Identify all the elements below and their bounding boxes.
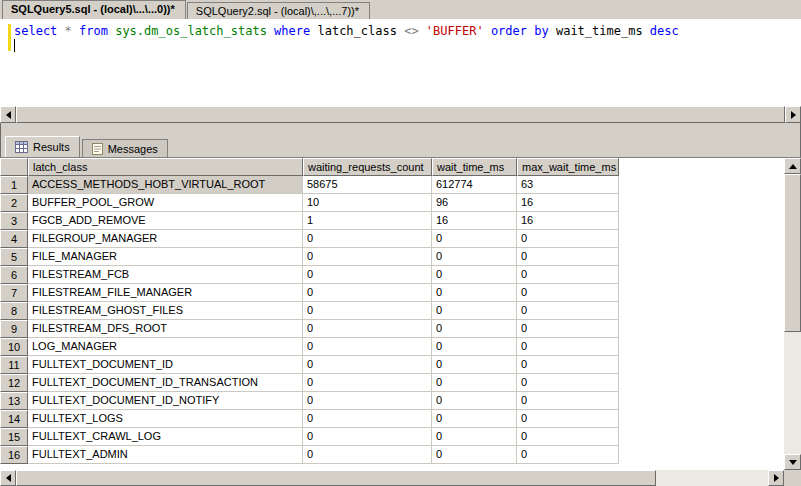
grid-cell[interactable]: 0 [517,284,619,302]
grid-cell[interactable]: 0 [303,320,432,338]
grid-cell[interactable]: 0 [303,410,432,428]
tab-sqlquery5[interactable]: SQLQuery5.sql - (local)\...\...0))* [2,0,186,19]
grid-cell[interactable]: 0 [303,428,432,446]
grid-cell[interactable]: 0 [432,428,517,446]
grid-cell[interactable]: 0 [432,338,517,356]
grid-cell[interactable]: 16 [517,212,619,230]
grid-cell[interactable]: ACCESS_METHODS_HOBT_VIRTUAL_ROOT [28,176,303,194]
grid-cell[interactable]: 0 [432,230,517,248]
grid-cell[interactable]: 0 [517,392,619,410]
row-number-cell[interactable]: 6 [0,266,28,284]
grid-cell[interactable]: 0 [517,266,619,284]
grid-cell[interactable]: 0 [517,338,619,356]
grid-cell[interactable]: 0 [303,356,432,374]
scroll-right-button[interactable] [785,106,801,123]
column-header-wait-time-ms[interactable]: wait_time_ms [432,158,517,176]
grid-cell[interactable]: 612774 [432,176,517,194]
editor-text-area[interactable]: select * from sys.dm_os_latch_stats wher… [0,20,801,106]
grid-horizontal-scrollbar[interactable] [0,470,784,486]
row-number-cell[interactable]: 11 [0,356,28,374]
row-number-cell[interactable]: 4 [0,230,28,248]
scroll-left-button[interactable] [0,470,16,486]
grid-cell[interactable]: FILESTREAM_FCB [28,266,303,284]
grid-cell[interactable]: 0 [517,374,619,392]
scrollbar-track[interactable] [16,470,768,486]
grid-cell[interactable]: 0 [303,392,432,410]
editor-horizontal-scrollbar[interactable] [0,106,801,123]
grid-cell[interactable]: 0 [303,284,432,302]
column-header-latch-class[interactable]: latch_class [28,158,303,176]
grid-cell[interactable]: 58675 [303,176,432,194]
grid-cell[interactable]: 0 [432,446,517,464]
scrollbar-track[interactable] [16,106,785,123]
scroll-left-button[interactable] [0,106,16,123]
grid-cell[interactable]: FULLTEXT_DOCUMENT_ID_NOTIFY [28,392,303,410]
grid-cell[interactable]: BUFFER_POOL_GROW [28,194,303,212]
scroll-up-button[interactable] [784,158,801,174]
row-number-cell[interactable]: 9 [0,320,28,338]
grid-cell[interactable]: 0 [303,446,432,464]
grid-cell[interactable]: 0 [432,248,517,266]
grid-cell[interactable]: FULLTEXT_ADMIN [28,446,303,464]
grid-cell[interactable]: FILESTREAM_DFS_ROOT [28,320,303,338]
tab-messages[interactable]: Messages [82,139,168,157]
grid-cell[interactable]: 0 [517,410,619,428]
sql-editor[interactable]: select * from sys.dm_os_latch_stats wher… [0,20,801,123]
grid-cell[interactable]: 96 [432,194,517,212]
grid-cell[interactable]: 0 [432,356,517,374]
grid-cell[interactable]: 0 [432,284,517,302]
row-number-cell[interactable]: 16 [0,446,28,464]
grid-cell[interactable]: 0 [517,356,619,374]
column-header-max-wait-time-ms[interactable]: max_wait_time_ms [517,158,619,176]
row-number-cell[interactable]: 2 [0,194,28,212]
grid-cell[interactable]: 16 [517,194,619,212]
grid-cell[interactable]: 0 [303,248,432,266]
column-header-waiting-requests-count[interactable]: waiting_requests_count [303,158,432,176]
grid-vertical-scrollbar[interactable] [784,158,801,470]
scrollbar-track[interactable] [784,174,801,454]
grid-corner-header[interactable] [0,158,28,176]
scroll-right-button[interactable] [768,470,784,486]
row-number-cell[interactable]: 7 [0,284,28,302]
grid-cell[interactable]: 0 [517,248,619,266]
row-number-cell[interactable]: 5 [0,248,28,266]
grid-cell[interactable]: FULLTEXT_LOGS [28,410,303,428]
grid-cell[interactable]: 0 [517,230,619,248]
row-number-cell[interactable]: 13 [0,392,28,410]
grid-cell[interactable]: 1 [303,212,432,230]
row-number-cell[interactable]: 10 [0,338,28,356]
grid-cell[interactable]: FILESTREAM_FILE_MANAGER [28,284,303,302]
grid-cell[interactable]: 0 [517,428,619,446]
scrollbar-thumb[interactable] [16,470,656,486]
grid-cell[interactable]: 0 [517,446,619,464]
row-number-cell[interactable]: 12 [0,374,28,392]
grid-cell[interactable]: 0 [432,302,517,320]
grid-cell[interactable]: FILEGROUP_MANAGER [28,230,303,248]
row-number-cell[interactable]: 1 [0,176,28,194]
grid-cell[interactable]: 0 [432,374,517,392]
grid-cell[interactable]: 0 [517,302,619,320]
row-number-cell[interactable]: 8 [0,302,28,320]
grid-cell[interactable]: FILE_MANAGER [28,248,303,266]
grid-cell[interactable]: FILESTREAM_GHOST_FILES [28,302,303,320]
grid-cell[interactable]: 0 [432,266,517,284]
grid-cell[interactable]: 0 [432,320,517,338]
grid-cell[interactable]: 16 [432,212,517,230]
grid-cell[interactable]: 0 [303,302,432,320]
grid-cell[interactable]: 63 [517,176,619,194]
grid-cell[interactable]: FULLTEXT_DOCUMENT_ID_TRANSACTION [28,374,303,392]
grid-cell[interactable]: FULLTEXT_CRAWL_LOG [28,428,303,446]
grid-cell[interactable]: 0 [432,392,517,410]
row-number-cell[interactable]: 15 [0,428,28,446]
row-number-cell[interactable]: 3 [0,212,28,230]
grid-cell[interactable]: 0 [303,374,432,392]
scrollbar-thumb[interactable] [784,174,801,332]
row-number-cell[interactable]: 14 [0,410,28,428]
scroll-down-button[interactable] [784,454,801,470]
grid-cell[interactable]: 0 [303,266,432,284]
grid-cell[interactable]: 0 [517,320,619,338]
grid-cell[interactable]: FGCB_ADD_REMOVE [28,212,303,230]
grid-cell[interactable]: FULLTEXT_DOCUMENT_ID [28,356,303,374]
grid-cell[interactable]: 0 [432,410,517,428]
tab-sqlquery2[interactable]: SQLQuery2.sql - (local)\,...\,...7))* [187,2,370,19]
